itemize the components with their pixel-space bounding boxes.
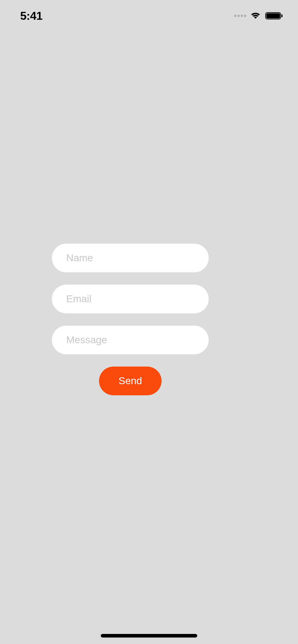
svg-rect-1 (266, 13, 280, 18)
status-bar: 5:41 (0, 0, 298, 32)
battery-icon (265, 12, 284, 20)
email-input[interactable] (52, 285, 209, 313)
contact-form: Send (52, 244, 209, 395)
home-indicator[interactable] (101, 634, 197, 638)
name-input[interactable] (52, 244, 209, 272)
svg-rect-2 (281, 14, 283, 17)
status-indicators (234, 12, 284, 20)
message-input[interactable] (52, 326, 209, 354)
send-button[interactable]: Send (99, 367, 162, 395)
wifi-icon (250, 12, 261, 20)
cellular-signal-icon (234, 15, 246, 17)
status-time: 5:41 (20, 9, 42, 23)
